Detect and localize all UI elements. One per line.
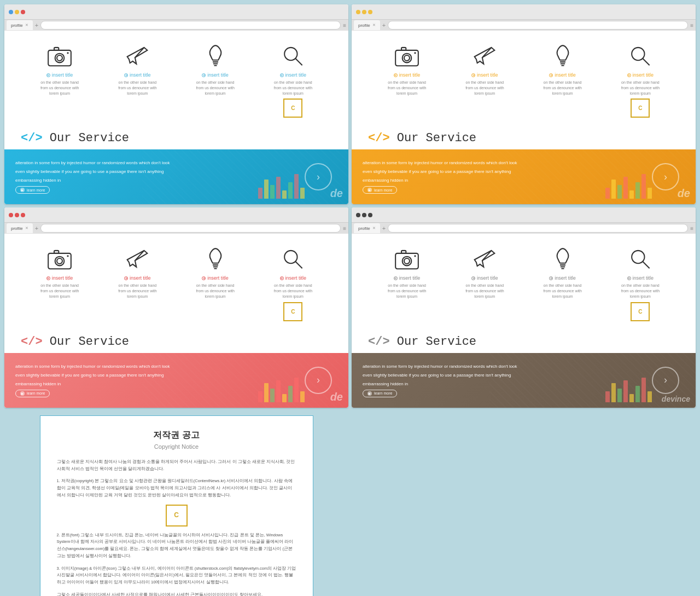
icon-text-4: on the other side handfrom us denounce w…	[274, 80, 312, 96]
icon-item-search-r: ⊕ insert title on the other side handfro…	[602, 42, 679, 120]
tab-profile-bl[interactable]: profile ✕	[7, 223, 33, 233]
tab-profile-br[interactable]: profile ✕	[354, 223, 380, 233]
window-dots-yellow	[356, 10, 372, 14]
btn-dot: ▶	[20, 188, 25, 192]
tab-close-bl[interactable]: ✕	[25, 226, 28, 230]
svg-rect-14	[401, 48, 406, 50]
icon-text-1: on the other side handfrom us denounce w…	[40, 80, 79, 96]
toolbar-top-right	[352, 4, 696, 20]
dot-d2[interactable]	[362, 213, 366, 217]
dot-d1[interactable]	[356, 213, 360, 217]
logo-badge-br: C	[631, 302, 650, 321]
camera-icon-bl	[46, 245, 73, 272]
service-heading-bl: </> Our Service	[4, 329, 348, 353]
icon-item-search: ⊕ insert title on the other side handfro…	[254, 42, 332, 120]
menu-icon[interactable]: ≡	[343, 22, 346, 28]
learn-more-label-br: learn more	[374, 391, 392, 395]
insert-title-r3: ⊕ insert title	[549, 72, 576, 78]
address-bar-br[interactable]	[388, 224, 688, 233]
bracket-open-br: </>	[368, 335, 390, 349]
learn-more-button[interactable]: ▶ learn more	[15, 186, 50, 194]
title-dot-bl3: ⊕	[202, 276, 206, 280]
title-dot-br1: ⊕	[394, 276, 398, 280]
svg-point-13	[404, 55, 410, 61]
dot-r2[interactable]	[15, 213, 19, 217]
address-bar-bl[interactable]	[40, 224, 341, 233]
banner-line3: embarrassing hidden in	[15, 177, 305, 184]
title-text-3: insert title	[207, 72, 229, 78]
btn-dot-bl: ▶	[20, 391, 25, 396]
learn-more-label-bl: learn more	[27, 391, 45, 395]
empty-cell	[352, 411, 696, 596]
banner-text-r: alteration in some form by injected humo…	[363, 160, 652, 194]
toolbar-top-left	[4, 4, 348, 20]
learn-more-button-bl[interactable]: ▶ learn more	[15, 390, 50, 397]
svg-point-9	[284, 48, 297, 60]
icon-text-br2: on the other side handfrom us denounce w…	[465, 283, 504, 299]
dot-1[interactable]	[356, 10, 360, 14]
title-text-r4: insert title	[633, 72, 654, 78]
title-dot-r3: ⊕	[549, 73, 553, 77]
title-dot-bl2: ⊕	[124, 276, 128, 280]
title-dot-r4: ⊕	[627, 73, 631, 77]
learn-more-button-r[interactable]: ▶ learn more	[363, 186, 397, 194]
icon-item-search-bl: ⊕ insert title on the other side handfro…	[254, 245, 332, 323]
btn-dot-r: ▶	[368, 188, 372, 192]
bulb-icon-bl	[202, 245, 229, 272]
page-content-right: ⊕ insert title on the other side handfro…	[352, 31, 696, 204]
tab-add-bl[interactable]: +	[35, 225, 38, 232]
title-text-bl1: insert title	[52, 275, 73, 281]
svg-point-24	[57, 258, 62, 264]
insert-title-br4: ⊕ insert title	[627, 275, 654, 281]
tab-close-br[interactable]: ✕	[372, 226, 376, 230]
next-arrow-br[interactable]: ›	[652, 367, 679, 394]
icon-item-bulb: ⊕ insert title on the other side handfro…	[177, 42, 254, 120]
tab-add-br[interactable]: +	[382, 225, 386, 232]
camera-icon-r	[393, 42, 421, 69]
de-text-bl: de	[330, 391, 343, 403]
menu-icon-br[interactable]: ≡	[690, 225, 693, 232]
camera-icon	[46, 42, 73, 69]
plane-icon-br	[471, 245, 498, 272]
svg-line-10	[295, 59, 302, 65]
address-bar-right[interactable]	[388, 21, 688, 30]
dot-r1[interactable]	[9, 213, 13, 217]
dot-2[interactable]	[362, 10, 366, 14]
title-dot-2: ⊕	[124, 73, 128, 77]
dot-yellow[interactable]	[15, 10, 19, 14]
svg-point-42	[632, 251, 644, 263]
search-icon-r	[627, 42, 654, 69]
menu-icon-right[interactable]: ≡	[690, 22, 693, 28]
tab-add-button[interactable]: +	[35, 22, 38, 28]
browser-window-top-left: profile ✕ + ≡ ⊕ insert title on	[4, 4, 348, 204]
address-bar[interactable]	[40, 21, 341, 30]
next-arrow-bl[interactable]: ›	[305, 367, 332, 394]
bracket-open: </>	[21, 131, 43, 145]
dot-blue[interactable]	[9, 10, 13, 14]
search-icon-bl	[279, 245, 307, 272]
icon-text-bl3: on the other side handfrom us denounce w…	[196, 283, 234, 299]
insert-title-4: ⊕ insert title	[280, 72, 307, 78]
learn-more-button-br[interactable]: ▶ learn more	[363, 390, 397, 397]
tab-bar: profile ✕ + ≡	[4, 20, 348, 31]
tab-profile[interactable]: profile ✕	[7, 20, 33, 30]
tab-profile-right[interactable]: profile ✕	[354, 20, 380, 30]
tab-close-icon[interactable]: ✕	[25, 23, 28, 27]
insert-title-3: ⊕ insert title	[202, 72, 229, 78]
dot-d3[interactable]	[368, 213, 372, 217]
learn-more-label-r: learn more	[374, 188, 392, 192]
dot-red[interactable]	[21, 10, 25, 14]
insert-title-br3: ⊕ insert title	[549, 275, 576, 281]
icon-item-bulb-br: ⊕ insert title on the other side handfro…	[524, 245, 602, 323]
tab-close-right[interactable]: ✕	[372, 23, 376, 27]
tab-add-right[interactable]: +	[382, 22, 386, 28]
dot-3[interactable]	[368, 10, 372, 14]
icon-item-plane: ⊕ insert title on the other side handfro…	[98, 42, 176, 120]
plane-icon-bl	[124, 245, 151, 272]
icon-item-camera-br: ⊕ insert title on the other side handfro…	[368, 245, 446, 323]
dot-r3[interactable]	[21, 213, 25, 217]
plane-icon-r	[471, 42, 498, 69]
menu-icon-bl[interactable]: ≡	[343, 225, 346, 232]
banner-line1-bl: alteration in some form by injected humo…	[15, 363, 305, 370]
service-heading-br: </> Our Service	[352, 329, 696, 353]
